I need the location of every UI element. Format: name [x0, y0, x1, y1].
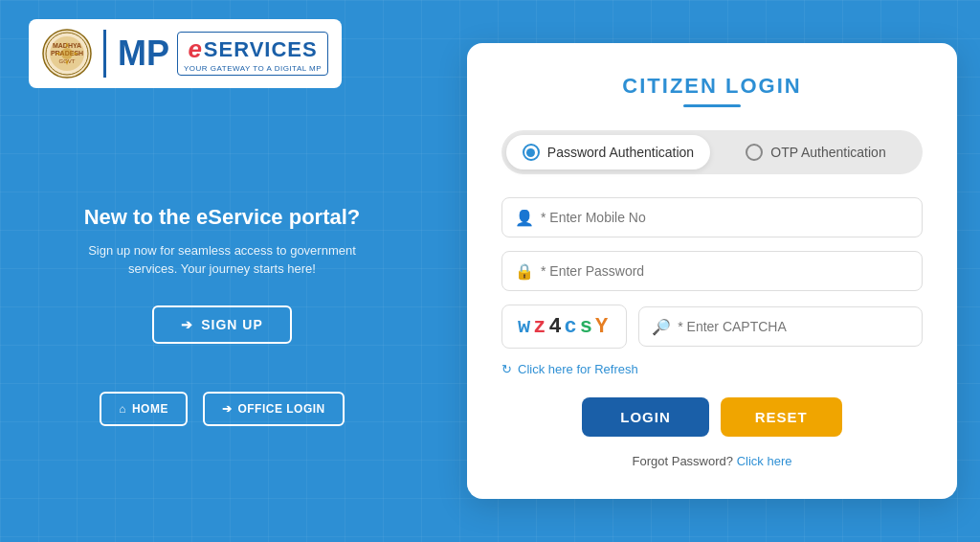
signup-button[interactable]: ➔ SIGN UP: [152, 305, 292, 344]
captcha-input[interactable]: [638, 306, 923, 347]
refresh-label: Click here for Refresh: [518, 362, 638, 376]
left-content: New to the eService portal? Sign up now …: [29, 146, 415, 523]
mobile-field-group: 👤: [501, 197, 923, 237]
svg-point-6: [61, 48, 73, 59]
portal-subtext: Sign up now for seamless access to gover…: [88, 241, 356, 279]
forgot-prefix: Forgot Password?: [633, 454, 734, 468]
captcha-row: wz4csY 🔎: [501, 305, 923, 349]
password-auth-label: Password Authentication: [547, 145, 694, 160]
captcha-icon: 🔎: [652, 318, 671, 336]
portal-heading: New to the eService portal?: [84, 205, 361, 230]
emblem-icon: MADHYA PRADESH GOVT: [42, 29, 92, 79]
signup-label: SIGN UP: [201, 317, 263, 332]
office-login-button[interactable]: ➔ OFFICE LOGIN: [203, 392, 345, 426]
right-panel: CITIZEN LOGIN Password Authentication OT…: [444, 0, 980, 542]
e-letter: e: [188, 34, 201, 64]
logo-mp-text: MP: [118, 36, 169, 71]
reset-button[interactable]: RESET: [721, 397, 842, 437]
logo-box: MADHYA PRADESH GOVT MP e SERVICES YOUR G…: [29, 19, 342, 88]
otp-auth-option[interactable]: OTP Authentication: [714, 135, 918, 169]
password-field-group: 🔒: [501, 251, 923, 291]
password-input[interactable]: [501, 251, 923, 291]
login-card: CITIZEN LOGIN Password Authentication OT…: [467, 43, 957, 499]
services-text: SERVICES: [204, 37, 318, 62]
logo-eservices: e SERVICES YOUR GATEWAY TO A DIGITAL MP: [177, 32, 328, 76]
home-label: HOME: [132, 402, 168, 416]
action-buttons: LOGIN RESET: [501, 397, 923, 437]
home-button[interactable]: ⌂ HOME: [100, 392, 188, 426]
password-radio: [523, 144, 540, 161]
forgot-link[interactable]: Click here: [737, 454, 792, 468]
mobile-icon: 👤: [515, 209, 534, 227]
bottom-buttons: ⌂ HOME ➔ OFFICE LOGIN: [100, 392, 345, 426]
tagline-text: YOUR GATEWAY TO A DIGITAL MP: [184, 64, 322, 73]
mobile-input[interactable]: [501, 197, 923, 237]
logo-divider: [103, 30, 106, 78]
left-panel: MADHYA PRADESH GOVT MP e SERVICES YOUR G…: [0, 0, 444, 542]
lock-icon: 🔒: [515, 262, 534, 281]
title-underline: [683, 104, 741, 107]
captcha-image: wz4csY: [501, 305, 627, 349]
password-auth-option[interactable]: Password Authentication: [506, 135, 710, 169]
login-title: CITIZEN LOGIN: [501, 74, 923, 99]
main-container: MADHYA PRADESH GOVT MP e SERVICES YOUR G…: [0, 0, 980, 542]
refresh-link[interactable]: ↻ Click here for Refresh: [501, 362, 923, 376]
captcha-input-wrap: 🔎: [638, 306, 923, 347]
office-login-label: OFFICE LOGIN: [237, 402, 324, 416]
captcha-text: wz4csY: [518, 315, 611, 339]
office-login-icon: ➔: [222, 402, 233, 416]
otp-radio: [746, 144, 763, 161]
home-icon: ⌂: [119, 402, 126, 416]
otp-auth-label: OTP Authentication: [770, 145, 885, 160]
auth-toggle: Password Authentication OTP Authenticati…: [501, 130, 923, 174]
refresh-icon: ↻: [501, 362, 512, 376]
login-button[interactable]: LOGIN: [582, 397, 709, 437]
forgot-row: Forgot Password? Click here: [501, 454, 923, 468]
signup-icon: ➔: [181, 317, 193, 332]
